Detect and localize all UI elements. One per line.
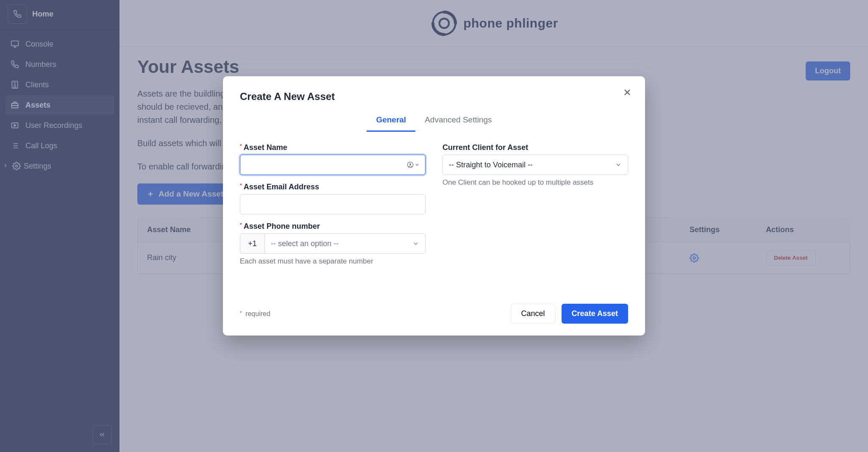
required-star: * — [240, 310, 242, 316]
phone-select-row: +1 -- select an option -- — [240, 233, 426, 254]
footer-actions: Cancel Create Asset — [511, 304, 628, 324]
asset-phone-select[interactable]: -- select an option -- — [264, 233, 426, 254]
phone-help-text: Each asset must have a separate number — [240, 257, 426, 266]
asset-name-input[interactable] — [240, 155, 426, 175]
client-label: Current Client for Asset — [442, 143, 628, 152]
client-selected-value: -- Straight to Voicemail -- — [449, 161, 533, 169]
chevron-down-icon — [415, 162, 420, 167]
modal-body: *Asset Name *Asset Email Address *Asset — [240, 143, 628, 266]
cancel-button[interactable]: Cancel — [511, 304, 556, 324]
required-note-text: required — [245, 310, 270, 317]
asset-phone-label-text: Asset Phone number — [244, 222, 320, 230]
asset-name-label: *Asset Name — [240, 143, 426, 152]
close-icon — [622, 87, 632, 97]
asset-name-input-wrap — [240, 155, 426, 175]
asset-email-input[interactable] — [240, 194, 426, 214]
tab-advanced[interactable]: Advanced Settings — [415, 111, 501, 132]
modal-col-right: Current Client for Asset -- Straight to … — [442, 143, 628, 266]
input-suffix[interactable] — [407, 161, 420, 168]
asset-email-label: *Asset Email Address — [240, 183, 426, 191]
asset-phone-label: *Asset Phone number — [240, 222, 426, 231]
modal-col-left: *Asset Name *Asset Email Address *Asset — [240, 143, 426, 266]
user-circle-icon — [407, 161, 414, 168]
client-help-text: One Client can be hooked up to multiple … — [442, 178, 628, 187]
required-star: * — [240, 143, 242, 149]
asset-email-label-text: Asset Email Address — [244, 183, 319, 191]
phone-country-code: +1 — [240, 233, 264, 254]
modal-close-button[interactable] — [622, 87, 632, 97]
client-select[interactable]: -- Straight to Voicemail -- — [442, 155, 628, 175]
create-asset-modal: Create A New Asset General Advanced Sett… — [223, 76, 645, 336]
field-asset-email: *Asset Email Address — [240, 183, 426, 214]
field-asset-name: *Asset Name — [240, 143, 426, 175]
modal-tabs: General Advanced Settings — [240, 111, 628, 132]
chevron-down-icon — [412, 240, 419, 247]
modal-title: Create A New Asset — [240, 91, 628, 103]
tab-general[interactable]: General — [367, 111, 415, 132]
phone-select-placeholder: -- select an option -- — [271, 239, 339, 248]
required-star: * — [240, 183, 242, 189]
field-asset-phone: *Asset Phone number +1 -- select an opti… — [240, 222, 426, 266]
modal-footer: * required Cancel Create Asset — [240, 304, 628, 324]
svg-point-13 — [409, 164, 411, 165]
chevron-down-icon — [615, 161, 622, 168]
modal-overlay[interactable]: Create A New Asset General Advanced Sett… — [0, 0, 868, 452]
create-asset-button[interactable]: Create Asset — [562, 304, 628, 324]
required-note: * required — [240, 310, 270, 318]
field-current-client: Current Client for Asset -- Straight to … — [442, 143, 628, 187]
asset-name-label-text: Asset Name — [244, 143, 287, 152]
required-star: * — [240, 222, 242, 228]
